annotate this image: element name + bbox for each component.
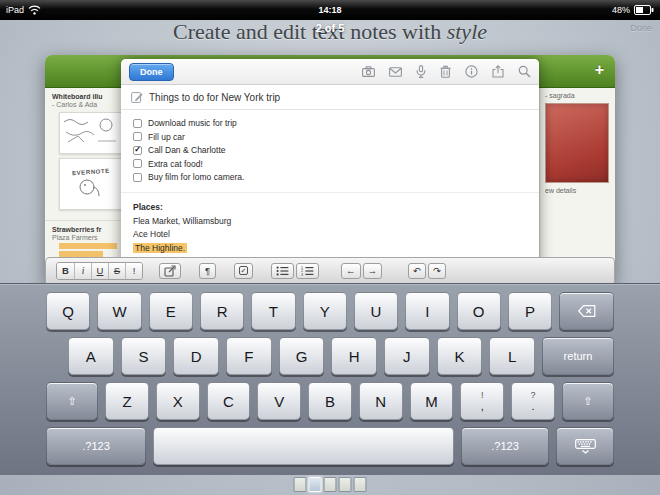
- note-card[interactable]: Strawberries fr Plaza Farmers: [45, 220, 122, 261]
- note-done-button[interactable]: Done: [129, 63, 174, 81]
- note-body[interactable]: Download music for trip Fill up car ✓ Ca…: [121, 110, 539, 255]
- keyboard-row-4: .?123 .?123: [46, 427, 614, 465]
- share-icon[interactable]: [492, 65, 504, 78]
- key-e[interactable]: E: [149, 292, 193, 330]
- redo-button[interactable]: ↷: [428, 263, 446, 279]
- key-n[interactable]: N: [359, 382, 403, 420]
- dismiss-keyboard-key[interactable]: [556, 427, 614, 465]
- numbers-key-left[interactable]: .?123: [46, 427, 146, 465]
- checkbox[interactable]: [133, 119, 142, 128]
- checkbox[interactable]: [133, 132, 142, 141]
- note-card-title: Strawberries fr: [52, 226, 120, 233]
- italic-button[interactable]: i: [74, 263, 91, 279]
- tutorial-done-button[interactable]: Done: [630, 23, 652, 33]
- checklist-item: Buy film for lomo camera.: [133, 172, 527, 182]
- new-note-button[interactable]: +: [595, 61, 604, 79]
- outdent-button[interactable]: ←: [341, 263, 361, 279]
- indent-button[interactable]: →: [363, 263, 383, 279]
- key-k[interactable]: K: [437, 337, 483, 375]
- whiteboard-thumbnail: [59, 112, 123, 154]
- key-f[interactable]: F: [226, 337, 272, 375]
- wifi-icon: [28, 5, 41, 15]
- evernote-sketch-thumbnail: EVERNOTE: [59, 158, 123, 210]
- key-h[interactable]: H: [331, 337, 377, 375]
- key-j[interactable]: J: [384, 337, 430, 375]
- body-line: The Highline.: [133, 242, 527, 256]
- key-c[interactable]: C: [207, 382, 251, 420]
- search-icon[interactable]: [518, 65, 531, 78]
- evernote-app-preview: + Whiteboard illu - Carlos & Ada EVER: [45, 55, 615, 285]
- open-in-icon: [164, 265, 176, 277]
- photo-thumbnail: [545, 103, 609, 183]
- elephant-doodle: [71, 177, 111, 199]
- key-y[interactable]: Y: [303, 292, 347, 330]
- period-key[interactable]: ? .: [511, 382, 555, 420]
- key-o[interactable]: O: [457, 292, 501, 330]
- notes-list-right: - sagrada ew details: [539, 88, 615, 285]
- highlighted-text-preview: [59, 243, 117, 249]
- checklist-item: Fill up car: [133, 132, 527, 142]
- insert-link-button[interactable]: [159, 263, 181, 279]
- note-card-title: - sagrada: [540, 88, 615, 99]
- space-key[interactable]: [153, 427, 454, 465]
- note-card[interactable]: Whiteboard illu - Carlos & Ada EVERNOTE: [45, 88, 122, 214]
- exclaim-style-button[interactable]: !: [125, 263, 142, 279]
- key-i[interactable]: I: [405, 292, 449, 330]
- note-card-title: Whiteboard illu: [52, 93, 120, 100]
- page-thumb-1[interactable]: [294, 477, 307, 492]
- shift-key-right[interactable]: ⇧: [562, 382, 614, 420]
- page-thumb-2-active[interactable]: [309, 477, 322, 492]
- key-p[interactable]: P: [508, 292, 552, 330]
- underline-button[interactable]: U: [91, 263, 108, 279]
- key-m[interactable]: M: [410, 382, 454, 420]
- key-l[interactable]: L: [489, 337, 535, 375]
- status-right: 48%: [612, 5, 654, 15]
- checkbox-checked[interactable]: ✓: [133, 146, 142, 155]
- key-q[interactable]: Q: [46, 292, 90, 330]
- key-x[interactable]: X: [156, 382, 200, 420]
- shift-key[interactable]: ⇧: [46, 382, 98, 420]
- undo-button[interactable]: ↶: [408, 263, 426, 279]
- checkbox[interactable]: [133, 173, 142, 182]
- note-title[interactable]: Things to do for New York trip: [149, 92, 280, 103]
- indent-group: ← →: [341, 263, 382, 279]
- return-key[interactable]: return: [542, 337, 614, 375]
- key-d[interactable]: D: [173, 337, 219, 375]
- key-b[interactable]: B: [308, 382, 352, 420]
- key-v[interactable]: V: [257, 382, 301, 420]
- body-heading: Places:: [133, 201, 527, 215]
- bullet-list-button[interactable]: [271, 263, 294, 279]
- page-thumb-5[interactable]: [354, 477, 367, 492]
- info-icon[interactable]: [465, 65, 478, 78]
- numbered-list-button[interactable]: 1 2 3: [296, 263, 319, 279]
- key-g[interactable]: G: [279, 337, 325, 375]
- camera-icon[interactable]: [362, 66, 375, 77]
- key-z[interactable]: Z: [105, 382, 149, 420]
- trash-icon[interactable]: [440, 65, 451, 78]
- note-card-subtitle: Plaza Farmers: [52, 234, 120, 241]
- key-w[interactable]: W: [97, 292, 141, 330]
- battery-percent: 48%: [612, 5, 630, 15]
- backspace-key[interactable]: [559, 292, 614, 330]
- strikethrough-button[interactable]: S: [108, 263, 125, 279]
- checkbox-insert-button[interactable]: ✓: [234, 263, 253, 279]
- checkbox[interactable]: [133, 159, 142, 168]
- key-u[interactable]: U: [354, 292, 398, 330]
- microphone-icon[interactable]: [416, 65, 426, 78]
- comma-key[interactable]: ! ,: [460, 382, 504, 420]
- key-r[interactable]: R: [200, 292, 244, 330]
- screen: iPad 14:18 48% Create and edit text note…: [0, 0, 660, 495]
- bold-button[interactable]: B: [57, 263, 74, 279]
- page-thumb-3[interactable]: [324, 477, 337, 492]
- checkbox-glyph: ✓: [239, 266, 248, 275]
- page-thumb-4[interactable]: [339, 477, 352, 492]
- key-s[interactable]: S: [121, 337, 167, 375]
- paragraph-button[interactable]: ¶: [199, 263, 216, 279]
- envelope-icon[interactable]: [389, 67, 402, 77]
- key-t[interactable]: T: [251, 292, 295, 330]
- status-bar: iPad 14:18 48%: [0, 0, 660, 20]
- numbers-key-right[interactable]: .?123: [461, 427, 549, 465]
- key-a[interactable]: A: [68, 337, 114, 375]
- note-divider: [121, 192, 539, 193]
- status-left: iPad: [6, 5, 41, 15]
